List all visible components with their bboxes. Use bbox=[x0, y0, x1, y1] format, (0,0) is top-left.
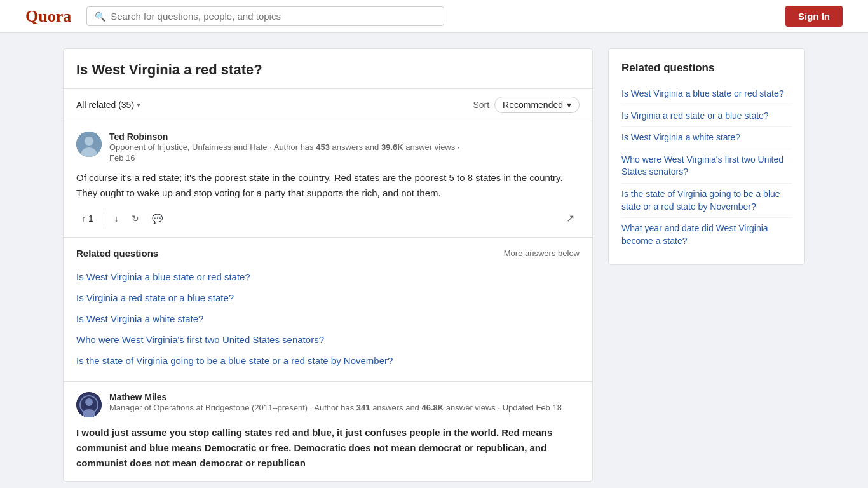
chevron-down-icon: ▾ bbox=[567, 100, 571, 110]
reshare-icon: ↻ bbox=[132, 214, 139, 224]
chevron-down-icon: ▾ bbox=[137, 100, 140, 109]
upvote-count: 1 bbox=[88, 214, 93, 224]
search-bar: 🔍 bbox=[86, 6, 444, 26]
answer-mathew-miles: Mathew Miles Manager of Operations at Br… bbox=[64, 382, 592, 481]
answerer-info-2: Mathew Miles Manager of Operations at Br… bbox=[76, 392, 580, 417]
sidebar: Related questions Is West Virginia a blu… bbox=[608, 48, 805, 265]
search-icon: 🔍 bbox=[95, 11, 105, 22]
quora-logo[interactable]: Quora bbox=[25, 7, 71, 26]
avatar-mathew bbox=[76, 392, 102, 417]
related-link-5[interactable]: Is the state of Virginia going to be a b… bbox=[76, 350, 580, 371]
share-button[interactable]: ↗ bbox=[561, 210, 580, 227]
answerer-details: Ted Robinson Opponent of Injustice, Unfa… bbox=[109, 132, 459, 163]
sidebar-card: Related questions Is West Virginia a blu… bbox=[608, 48, 805, 265]
answerer-bio-2: Manager of Operations at Bridgestone (20… bbox=[109, 402, 562, 414]
sidebar-links: Is West Virginia a blue state or red sta… bbox=[621, 83, 792, 252]
svg-point-5 bbox=[85, 398, 93, 406]
downvote-button[interactable]: ↓ bbox=[109, 211, 124, 226]
sidebar-link-3[interactable]: Is West Virginia a white state? bbox=[621, 127, 792, 149]
related-link-4[interactable]: Who were West Virginia's first two Unite… bbox=[76, 329, 580, 350]
answerer-bio: Opponent of Injustice, Unfairness and Ha… bbox=[109, 142, 459, 153]
related-inline-header: Related questions More answers below bbox=[76, 248, 580, 259]
sidebar-link-1[interactable]: Is West Virginia a blue state or red sta… bbox=[621, 83, 792, 105]
all-related-button[interactable]: All related (35) ▾ bbox=[76, 100, 140, 110]
search-input[interactable] bbox=[111, 11, 436, 22]
question-title: Is West Virginia a red state? bbox=[64, 49, 592, 89]
answer-date: Feb 16 bbox=[109, 153, 459, 163]
answer-text-2: I would just assume you stop calling sta… bbox=[76, 425, 580, 471]
related-link-1[interactable]: Is West Virginia a blue state or red sta… bbox=[76, 266, 580, 287]
sidebar-title: Related questions bbox=[621, 62, 792, 74]
avatar bbox=[76, 132, 102, 157]
sort-bar: All related (35) ▾ Sort Recommended ▾ bbox=[64, 89, 592, 121]
related-link-2[interactable]: Is Virginia a red state or a blue state? bbox=[76, 287, 580, 308]
question-card: Is West Virginia a red state? All relate… bbox=[63, 48, 593, 482]
more-answers-label: More answers below bbox=[504, 248, 580, 258]
related-inline-links: Is West Virginia a blue state or red sta… bbox=[76, 266, 580, 371]
comment-icon: 💬 bbox=[152, 214, 163, 224]
sidebar-link-4[interactable]: Who were West Virginia's first two Unite… bbox=[621, 149, 792, 184]
recommended-label: Recommended bbox=[503, 100, 563, 110]
upvote-button[interactable]: ↑ 1 bbox=[76, 211, 98, 226]
answerer-info: Ted Robinson Opponent of Injustice, Unfa… bbox=[76, 132, 580, 163]
vote-bar: ↑ 1 ↓ ↻ 💬 ↗ bbox=[76, 210, 580, 227]
reshare-button[interactable]: ↻ bbox=[126, 211, 144, 226]
recommended-dropdown[interactable]: Recommended ▾ bbox=[494, 97, 580, 113]
sidebar-link-6[interactable]: What year and date did West Virginia bec… bbox=[621, 218, 792, 252]
vote-divider bbox=[104, 212, 104, 225]
header: Quora 🔍 Sign In bbox=[0, 0, 868, 33]
upvote-icon: ↑ bbox=[81, 214, 86, 224]
share-icon: ↗ bbox=[566, 213, 574, 224]
main-content: Is West Virginia a red state? All relate… bbox=[63, 48, 593, 482]
comment-button[interactable]: 💬 bbox=[147, 211, 168, 226]
sidebar-link-2[interactable]: Is Virginia a red state or a blue state? bbox=[621, 105, 792, 128]
answerer-name-2[interactable]: Mathew Miles bbox=[109, 392, 562, 402]
sort-label: Sort bbox=[473, 100, 489, 110]
related-link-3[interactable]: Is West Virginia a white state? bbox=[76, 308, 580, 329]
related-questions-inline: Related questions More answers below Is … bbox=[64, 238, 592, 382]
answer-ted-robinson: Ted Robinson Opponent of Injustice, Unfa… bbox=[64, 121, 592, 238]
all-related-label: All related (35) bbox=[76, 100, 134, 110]
downvote-icon: ↓ bbox=[114, 214, 119, 224]
sidebar-link-5[interactable]: Is the state of Virginia going to be a b… bbox=[621, 184, 792, 218]
related-questions-title: Related questions bbox=[76, 248, 158, 259]
sign-in-button[interactable]: Sign In bbox=[785, 6, 843, 27]
page-layout: Is West Virginia a red state? All relate… bbox=[53, 33, 815, 488]
svg-point-1 bbox=[85, 137, 93, 146]
answerer-name[interactable]: Ted Robinson bbox=[109, 132, 459, 142]
answerer-details-2: Mathew Miles Manager of Operations at Br… bbox=[109, 392, 562, 414]
answer-text: Of course it's a red state; it's the poo… bbox=[76, 170, 580, 201]
